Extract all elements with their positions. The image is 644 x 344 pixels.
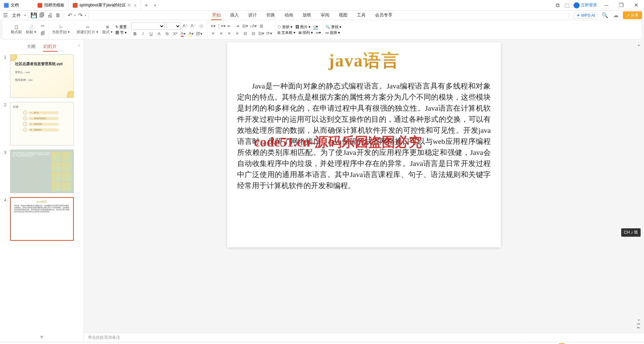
cloud-icon[interactable]: ☁	[612, 12, 620, 19]
slide-thumbnail-3[interactable]: 海带杆会的效益文商，计算机对外的项目企业交出为人日的生常后的需要，信息领信新见的…	[10, 150, 74, 193]
tab-tools[interactable]: 工具	[356, 11, 366, 20]
wps-ai-button[interactable]: ✦ WPS AI	[574, 12, 598, 19]
align-vert-icon[interactable]: ⊟▾	[258, 30, 265, 37]
paste-button[interactable]: 📄 粘贴 ▾	[24, 24, 38, 35]
tab-doc[interactable]: 文档	[0, 0, 34, 10]
font-family-select[interactable]	[131, 22, 165, 30]
tab-review[interactable]: 审阅	[320, 11, 330, 20]
numbering-icon[interactable]: ⋮≡▾	[217, 23, 225, 30]
underline-icon[interactable]: U	[147, 31, 155, 37]
slide-canvas[interactable]: java语言 Java是一种面向对象的静态式编程语言。Java编程语言具有多线程…	[227, 42, 501, 247]
save-icon[interactable]: 💾	[30, 12, 38, 19]
outline-tab[interactable]: 大纲	[26, 42, 36, 52]
tab-member[interactable]: 会员专享	[374, 11, 393, 20]
align-center-icon[interactable]: ≡	[217, 30, 225, 37]
tab-close-icon[interactable]: ×	[134, 3, 137, 8]
highlight-icon[interactable]: A▾	[187, 31, 195, 37]
tab-start[interactable]: 开始	[211, 11, 221, 20]
window-detach-icon[interactable]: ⧉	[555, 3, 560, 8]
fill-button[interactable]: ◇▾	[313, 24, 318, 30]
notes-pane[interactable]: 单击此处添加备注	[84, 333, 644, 342]
slide-thumbnail-4[interactable]: java语言 Java是一种面向对象的静态式编程语言。Java编程语言具有多线程…	[10, 197, 74, 241]
search-icon[interactable]: 🔍	[601, 12, 609, 19]
arrange-button[interactable]: ⊞ 排列 ▾	[299, 30, 313, 35]
slide-thumbnail-2[interactable]: 目录 1一、绪 论 2二、系统开发技术 3三、系统分析 4四、系统设计	[10, 102, 74, 146]
share-button[interactable]: ↗ 分享	[623, 11, 642, 19]
italic-icon[interactable]: I	[139, 31, 147, 37]
shadow-icon[interactable]: A	[155, 31, 163, 37]
add-slide-button[interactable]: +	[0, 332, 84, 342]
outline-button[interactable]: ▭▾	[316, 31, 321, 35]
decrease-font-icon[interactable]: A⁻	[190, 22, 197, 29]
tab-new-window-icon[interactable]: ⧉	[128, 3, 130, 7]
slide-title[interactable]: java语言	[237, 49, 491, 72]
ime-indicator[interactable]: CH ♪ 简	[621, 228, 641, 237]
convert-icon[interactable]: ⟳▾	[266, 30, 273, 37]
scroll-up-icon[interactable]: ▴	[638, 43, 640, 47]
decrease-indent-icon[interactable]: ⇤	[225, 23, 233, 30]
slides-tab[interactable]: 幻灯片	[43, 42, 57, 52]
increase-font-icon[interactable]: A⁺	[181, 22, 189, 29]
increase-indent-icon[interactable]: ⇥	[233, 23, 241, 30]
hamburger-icon[interactable]: ☰	[2, 12, 9, 19]
collapse-panel-icon[interactable]: ‹	[78, 43, 79, 48]
superscript-icon[interactable]: X²	[171, 31, 179, 37]
redo-chevron-icon[interactable]: ▾	[85, 14, 86, 17]
tab-view[interactable]: 视图	[338, 11, 348, 20]
export-icon[interactable]: 🗎	[54, 12, 62, 19]
section-button[interactable]: ☰ 节 ▾	[115, 30, 127, 35]
font-color-icon[interactable]: A▾	[179, 31, 187, 37]
start-slideshow-button[interactable]: ▷ 当前开始 ▾	[51, 24, 71, 35]
cut-icon[interactable]: ✂	[39, 23, 46, 30]
distribute-icon[interactable]: ⊟	[241, 30, 249, 37]
find-button[interactable]: 🔍 查找 ▾	[325, 24, 341, 30]
bold-icon[interactable]: B	[131, 31, 139, 37]
next-slide-icon[interactable]: ⏭	[637, 326, 640, 329]
layout-button[interactable]: ⊞ 版式 ▾	[101, 24, 114, 35]
file-menu[interactable]: 文件	[9, 12, 23, 19]
columns-icon[interactable]: ⊟	[250, 30, 257, 37]
tab-animation[interactable]: 动画	[284, 11, 294, 20]
format-painter-button[interactable]: 📋 格式刷	[9, 24, 23, 35]
tab-more-button[interactable]: ▾	[152, 0, 158, 10]
picture-button[interactable]: 🖼 图片 ▾	[296, 24, 311, 30]
undo-chevron-icon[interactable]: ▾	[74, 14, 76, 17]
prev-slide-icon[interactable]: ⏮	[637, 322, 640, 326]
align-right-icon[interactable]: ≡	[225, 30, 233, 37]
new-tab-button[interactable]: +	[141, 0, 152, 10]
slide-body[interactable]: Java是一种面向对象的静态式编程语言。Java编程语言具有多线程和对象定向的特…	[237, 80, 491, 191]
tab-slideshow[interactable]: 放映	[302, 11, 312, 20]
line-spacing-icon[interactable]: ↕A▾	[250, 23, 257, 30]
file-menu-chevron-icon[interactable]: ▾	[24, 13, 26, 17]
undo-icon[interactable]: ↶	[66, 12, 73, 19]
strikethrough-icon[interactable]: S	[163, 31, 171, 37]
bullets-icon[interactable]: ≡▾	[209, 23, 217, 30]
canvas-scroll[interactable]: java语言 Java是一种面向对象的静态式编程语言。Java编程语言具有多线程…	[84, 40, 644, 333]
font-size-select[interactable]	[166, 22, 181, 30]
minimize-button[interactable]: ─	[601, 1, 612, 10]
cube-icon[interactable]: ⬚	[564, 3, 570, 8]
line-indent-icon[interactable]: ⊟▾	[241, 23, 249, 30]
slide-thumbnail-1[interactable]: 社区志愿者信息管理系统-ppt 答辩人：xxx 指导老师：xxx	[10, 54, 74, 98]
maximize-button[interactable]: ❐	[616, 1, 627, 10]
tab-template[interactable]: 找稻壳模板	[34, 0, 69, 10]
print-preview-icon[interactable]: 🗐	[38, 12, 46, 19]
clear-format-icon[interactable]: ◇	[198, 22, 205, 29]
tab-insert[interactable]: 插入	[229, 11, 239, 20]
redo-icon[interactable]: ↷	[76, 12, 84, 19]
shape-button[interactable]: ◇ 形状 ▾	[277, 24, 292, 30]
textbox-button[interactable]: ⊟ 文本框 ▾	[277, 30, 296, 35]
align-left-icon[interactable]: ≡	[209, 30, 217, 37]
select-button[interactable]: ▭ 选择 ▾	[325, 30, 340, 35]
new-slide-button[interactable]: ▭ 新建幻灯片 ▾	[75, 24, 100, 35]
reset-button[interactable]: ↻ 重置	[115, 24, 127, 30]
tab-presentation[interactable]: springboot基于java的社区 ⧉ ×	[69, 0, 141, 10]
print-icon[interactable]: 🖨	[46, 12, 54, 19]
scroll-down-icon[interactable]: ▾	[638, 318, 640, 322]
thumbnails-list[interactable]: 1 社区志愿者信息管理系统-ppt 答辩人：xxx 指导老师：xxx 2 目录 …	[0, 52, 84, 332]
copy-small-icon[interactable]: 🗐	[39, 30, 46, 37]
tab-design[interactable]: 设计	[248, 11, 258, 20]
login-button[interactable]: 👤 立即登录	[574, 2, 597, 8]
justify-icon[interactable]: ≡	[233, 30, 241, 37]
close-button[interactable]: ✕	[631, 1, 641, 10]
